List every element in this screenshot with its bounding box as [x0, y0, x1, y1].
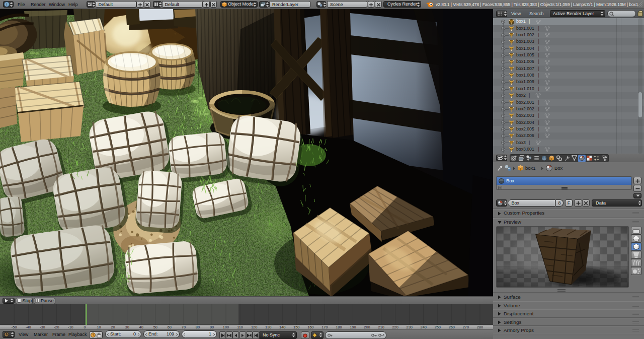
svg-text:80: 80 — [196, 325, 200, 329]
svg-text:20: 20 — [111, 325, 115, 329]
svg-text:110: 110 — [237, 325, 243, 329]
svg-text:210: 210 — [378, 325, 384, 329]
svg-text:40: 40 — [139, 325, 143, 329]
svg-text:270: 270 — [463, 325, 469, 329]
svg-text:150: 150 — [293, 325, 299, 329]
svg-text:100: 100 — [223, 325, 229, 329]
svg-text:180: 180 — [336, 325, 342, 329]
svg-text:-30: -30 — [40, 325, 45, 329]
svg-text:30: 30 — [125, 325, 129, 329]
svg-text:50: 50 — [153, 325, 157, 329]
svg-text:130: 130 — [265, 325, 271, 329]
svg-text:200: 200 — [364, 325, 370, 329]
svg-text:170: 170 — [321, 325, 328, 329]
svg-text:250: 250 — [435, 325, 441, 329]
svg-text:60: 60 — [168, 325, 172, 329]
svg-text:-50: -50 — [12, 325, 17, 329]
svg-text:10: 10 — [97, 325, 101, 329]
svg-text:-20: -20 — [54, 325, 59, 329]
svg-text:i: i — [7, 2, 8, 7]
svg-text:-10: -10 — [68, 325, 73, 329]
svg-text:280: 280 — [477, 325, 483, 329]
svg-text:0: 0 — [84, 325, 86, 329]
svg-text:230: 230 — [407, 325, 413, 329]
svg-text:-40: -40 — [26, 325, 31, 329]
svg-text:240: 240 — [421, 325, 427, 329]
svg-text:220: 220 — [392, 325, 398, 329]
svg-text:70: 70 — [182, 325, 186, 329]
svg-text:260: 260 — [449, 325, 455, 329]
svg-text:140: 140 — [279, 325, 285, 329]
svg-text:190: 190 — [350, 325, 356, 329]
svg-text:120: 120 — [251, 325, 257, 329]
svg-text:160: 160 — [307, 325, 313, 329]
svg-text:90: 90 — [210, 325, 214, 329]
